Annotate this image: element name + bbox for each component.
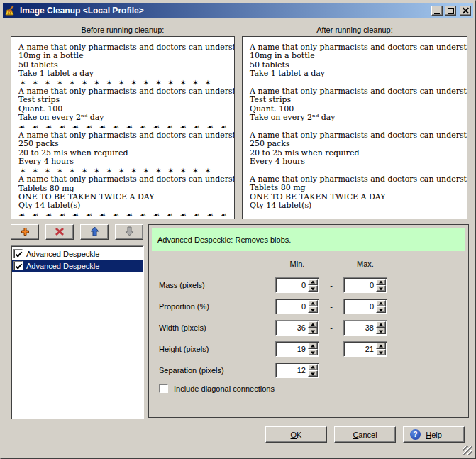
spin-value: 38: [344, 321, 376, 335]
spin-up-button[interactable]: [376, 279, 386, 285]
spin-field[interactable]: 19: [275, 341, 319, 357]
spin-value: 0: [344, 278, 376, 292]
spin-down-button[interactable]: [308, 328, 318, 334]
move-up-button[interactable]: [80, 224, 109, 240]
preview-line: Tablets 80 mg: [250, 184, 467, 192]
spin-value: 19: [276, 342, 308, 356]
broom-icon: [5, 5, 16, 16]
cancel-button[interactable]: Cancel: [334, 426, 396, 443]
spin-field[interactable]: 38: [343, 320, 387, 336]
close-button[interactable]: [460, 6, 471, 16]
filter-list[interactable]: Advanced DespeckleAdvanced Despeckle: [11, 245, 144, 419]
spin-up-button[interactable]: [308, 343, 318, 349]
spinner: [308, 363, 319, 377]
cancel-button-label: Cancel: [353, 431, 377, 439]
min-column-header: Min.: [275, 260, 319, 268]
range-separator: -: [319, 345, 343, 353]
after-panel-content: A name that only pharmacists and doctors…: [243, 37, 467, 219]
maximize-button[interactable]: [445, 6, 456, 16]
close-icon: [462, 7, 470, 15]
spin-down-button[interactable]: [376, 349, 386, 355]
spin-down-button[interactable]: [308, 285, 318, 292]
setting-label: Proportion (%): [159, 302, 275, 311]
filter-description-banner: Advanced Despeckle: Removes blobs.: [152, 228, 465, 251]
spin-down-button[interactable]: [308, 306, 318, 313]
preview-line: Every 4 hours: [250, 157, 467, 166]
list-item[interactable]: Advanced Despeckle: [12, 260, 143, 272]
spin-up-button[interactable]: [308, 364, 318, 370]
help-button-label: Help: [426, 431, 442, 439]
preview-line: ☙☙☙☙☙☙☙☙☙☙☙☙☙☙☙☙: [18, 211, 234, 219]
resize-grip[interactable]: [463, 446, 472, 455]
spin-value: 0: [276, 299, 308, 314]
list-item[interactable]: Advanced Despeckle: [12, 248, 143, 260]
preview-line: A name that only pharmacists and doctors…: [18, 175, 234, 184]
before-panel-content: A name that only pharmacists and doctors…: [11, 37, 234, 219]
delete-filter-button[interactable]: [45, 224, 74, 240]
preview-line: Qty 14 tablet(s): [250, 201, 467, 210]
spin-down-button[interactable]: [376, 328, 386, 334]
minimize-button[interactable]: [431, 6, 443, 16]
help-button[interactable]: ? Help: [403, 426, 465, 443]
spin-up-button[interactable]: [376, 343, 386, 349]
spin-value: 21: [344, 342, 376, 356]
preview-line: 250 packs: [18, 140, 234, 148]
spin-field[interactable]: 12: [275, 363, 319, 378]
spinner: [308, 278, 319, 292]
settings-panel: Advanced Despeckle: Removes blobs. Min. …: [148, 224, 469, 418]
preview-line: Qty 14 tablet(s): [18, 201, 234, 210]
include-diagonal-checkbox[interactable]: [159, 384, 168, 393]
filter-description: Advanced Despeckle: Removes blobs.: [157, 236, 291, 244]
ok-button[interactable]: OK: [265, 426, 327, 443]
spin-value: 12: [276, 363, 308, 377]
include-diagonal-label: Include diagonal connections: [174, 385, 275, 393]
spin-field[interactable]: 0: [275, 277, 319, 293]
spin-value: 0: [276, 278, 308, 292]
include-diagonal-row[interactable]: Include diagonal connections: [149, 384, 465, 393]
preview-line: Take 1 tablet a day: [18, 70, 234, 78]
plus-icon: [21, 227, 30, 238]
after-preview-panel: A name that only pharmacists and doctors…: [242, 36, 467, 219]
before-panel-label: Before running cleanup:: [11, 26, 235, 35]
window-title: Image Cleanup <Local Profile>: [18, 6, 429, 16]
item-checkbox[interactable]: [13, 249, 23, 258]
spin-up-button[interactable]: [308, 300, 318, 306]
preview-line: Take on every 2ⁿᵈ day: [18, 114, 234, 122]
spin-down-button[interactable]: [308, 349, 318, 355]
preview-line: Every 4 hours: [18, 157, 234, 166]
spin-field[interactable]: 21: [343, 341, 387, 357]
add-filter-button[interactable]: [11, 224, 39, 240]
range-separator: -: [319, 302, 343, 311]
settings-rows: Mass (pixels)0-0Proportion (%)0-0Width (…: [149, 277, 465, 393]
preview-line: 10mg in a bottle: [250, 52, 467, 60]
spinner: [376, 342, 387, 356]
spin-up-button[interactable]: [376, 300, 386, 306]
minimize-icon: [434, 13, 440, 14]
spin-down-button[interactable]: [308, 370, 318, 377]
setting-row: Width (pixels)36-38: [149, 320, 465, 336]
spin-field[interactable]: 0: [343, 299, 387, 314]
spin-field[interactable]: 36: [275, 320, 319, 336]
spinner: [376, 278, 387, 292]
image-cleanup-dialog: Image Cleanup <Local Profile> Before run…: [0, 0, 476, 459]
item-checkbox[interactable]: [13, 261, 23, 270]
title-bar[interactable]: Image Cleanup <Local Profile>: [3, 3, 473, 18]
spin-field[interactable]: 0: [275, 299, 319, 314]
before-preview-panel: A name that only pharmacists and doctors…: [11, 36, 235, 219]
spin-field[interactable]: 0: [343, 277, 387, 293]
setting-row: Proportion (%)0-0: [149, 299, 465, 314]
range-separator: -: [319, 281, 343, 289]
ok-button-label: OK: [291, 431, 302, 439]
move-down-button[interactable]: [115, 224, 143, 240]
range-separator: -: [319, 323, 343, 332]
setting-label: Height (pixels): [159, 345, 275, 353]
spin-up-button[interactable]: [376, 321, 386, 328]
spinner: [308, 321, 319, 335]
spin-up-button[interactable]: [308, 279, 318, 285]
spin-up-button[interactable]: [308, 321, 318, 328]
spin-down-button[interactable]: [376, 285, 386, 292]
arrow-up-icon: [90, 226, 99, 238]
item-label: Advanced Despeckle: [26, 262, 99, 270]
spin-down-button[interactable]: [376, 306, 386, 313]
after-panel-label: After running cleanup:: [242, 26, 467, 35]
